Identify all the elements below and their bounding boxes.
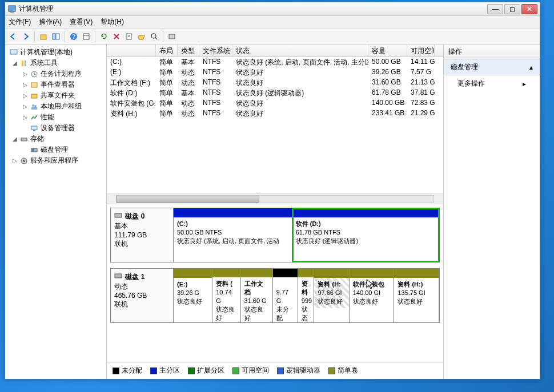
disk-icon — [30, 146, 39, 155]
disk-title: 磁盘 1 — [125, 273, 144, 281]
collapse-icon[interactable]: ◢ — [12, 60, 18, 66]
expand-icon[interactable]: ▷ — [22, 114, 28, 120]
action-more[interactable]: 更多操作▸ — [444, 75, 540, 92]
partition-d-selected[interactable]: 软件 (D:)61.78 GB NTFS状态良好 (逻辑驱动器) — [292, 208, 439, 262]
volume-row[interactable]: (E:)简单动态NTFS状态良好39.26 GB7.57 G — [107, 67, 443, 78]
properties-button[interactable] — [123, 31, 135, 42]
folder-icon — [30, 91, 39, 100]
partition-h2[interactable]: 资料 (H:)135.75 GI状态良好 — [394, 269, 439, 322]
col-volume[interactable] — [107, 45, 156, 56]
part-status: 状态良好 (系统, 启动, 页面文件, 活动 — [177, 237, 279, 244]
tree-services[interactable]: ▷服务和应用程序 — [6, 155, 105, 166]
action-diskmgmt[interactable]: 磁盘管理▴ — [444, 59, 540, 75]
volume-row[interactable]: 资料 (H:)简单动态NTFS状态良好233.41 GB21.29 G — [107, 108, 443, 119]
horizontal-scrollbar[interactable] — [107, 193, 443, 204]
partition-unallocated[interactable]: 9.77 G未分配 — [273, 269, 298, 322]
collapse-icon[interactable]: ◢ — [12, 136, 18, 142]
show-hide-button[interactable] — [50, 31, 62, 42]
tree-label: 任务计划程序 — [41, 69, 82, 79]
part-name: (C:) — [177, 220, 188, 227]
tree-task-scheduler[interactable]: ▷任务计划程序 — [6, 68, 105, 79]
open-button[interactable] — [136, 31, 147, 42]
actions-panel: 操作 磁盘管理▴ 更多操作▸ — [444, 45, 540, 379]
perf-icon — [30, 113, 39, 122]
svg-rect-2 — [41, 35, 46, 39]
partition-c[interactable]: (C:)50.00 GB NTFS状态良好 (系统, 启动, 页面文件, 活动 — [174, 208, 292, 262]
help-button[interactable]: ? — [68, 31, 79, 42]
forward-button[interactable] — [20, 31, 31, 42]
svg-rect-32 — [115, 274, 122, 278]
partition-workdoc[interactable]: 工作文档31.60 G状态良好 — [241, 269, 273, 322]
disk-status: 联机 — [114, 300, 128, 308]
tree-disk-management[interactable]: 磁盘管理 — [6, 144, 105, 155]
tree-performance[interactable]: ▷性能 — [6, 112, 105, 123]
tree-label: 设备管理器 — [41, 123, 75, 133]
disk-status: 联机 — [114, 240, 128, 248]
col-fs[interactable]: 文件系统 — [199, 45, 232, 56]
tree-device-manager[interactable]: 设备管理器 — [6, 123, 105, 134]
svg-rect-16 — [22, 60, 23, 66]
tree-local-users[interactable]: ▷本地用户和组 — [6, 101, 105, 112]
disk-1-header[interactable]: 磁盘 1 动态 465.76 GB 联机 — [111, 269, 174, 322]
minimize-button[interactable]: — — [487, 4, 503, 14]
refresh-button[interactable] — [98, 31, 110, 42]
disk-0-header[interactable]: 磁盘 0 基本 111.79 GB 联机 — [111, 208, 174, 262]
partition-small[interactable]: 资料999状态 — [298, 269, 315, 322]
svg-rect-23 — [31, 107, 37, 110]
view-button[interactable] — [81, 31, 92, 42]
action-label: 更多操作 — [457, 79, 485, 88]
partition-data1[interactable]: 资料 (10.74 G状态良好 — [212, 269, 240, 322]
svg-rect-20 — [31, 94, 37, 98]
partition-h1[interactable]: 资料 (H:97.66 GI状态良好 — [314, 269, 349, 322]
back-button[interactable] — [7, 31, 19, 42]
volume-row[interactable]: 工作文档 (F:)简单动态NTFS状态良好31.60 GB21.13 G — [107, 78, 443, 88]
menu-view[interactable]: 查看(V) — [70, 17, 93, 27]
expand-icon[interactable]: ▷ — [12, 157, 18, 164]
col-status[interactable]: 状态 — [232, 45, 368, 56]
expand-icon[interactable]: ▷ — [22, 71, 28, 77]
close-button[interactable]: ✕ — [521, 4, 537, 14]
expand-icon[interactable]: ▷ — [22, 103, 28, 110]
partition-e[interactable]: (E:)39.26 G状态良好 — [174, 269, 212, 322]
computer-icon — [9, 48, 18, 57]
partition-g[interactable]: 软件安装包140.00 GI状态良好 — [350, 269, 395, 322]
col-free[interactable]: 可用空间 — [407, 45, 435, 56]
storage-icon — [19, 135, 29, 144]
settings-button[interactable] — [166, 31, 178, 42]
actions-header: 操作 — [444, 45, 540, 59]
volume-row[interactable]: 软件 (D:)简单基本NTFS状态良好 (逻辑驱动器)61.78 GB37.81… — [107, 88, 443, 98]
col-layout[interactable]: 布局 — [156, 45, 178, 56]
svg-line-13 — [155, 38, 157, 39]
part-size: 50.00 GB NTFS — [177, 229, 222, 236]
tree-event-viewer[interactable]: ▷事件查看器 — [6, 79, 105, 90]
expand-icon[interactable]: ▷ — [22, 92, 28, 99]
tree-root-label: 计算机管理(本地) — [20, 47, 73, 57]
tree-root[interactable]: 计算机管理(本地) — [6, 47, 105, 58]
delete-button[interactable] — [111, 31, 122, 42]
tree-label: 性能 — [41, 112, 54, 122]
tree-label: 服务和应用程序 — [30, 156, 78, 165]
col-type[interactable]: 类型 — [178, 45, 199, 56]
search-button[interactable] — [148, 31, 160, 42]
tree-panel: 计算机管理(本地) ◢系统工具 ▷任务计划程序 ▷事件查看器 ▷共享文件夹 ▷本… — [5, 45, 107, 379]
menu-action[interactable]: 操作(A) — [39, 17, 62, 27]
tree-storage[interactable]: ◢存储 — [6, 134, 105, 144]
volume-row[interactable]: 软件安装包 (G:)简单动态NTFS状态良好140.00 GB72.83 G — [107, 98, 443, 108]
menu-help[interactable]: 帮助(H) — [101, 17, 124, 27]
disk-type: 动态 — [114, 282, 128, 290]
titlebar[interactable]: 计算机管理 — ◻ ✕ — [5, 2, 540, 16]
app-window: 计算机管理 — ◻ ✕ 文件(F) 操作(A) 查看(V) 帮助(H) ? 计算… — [5, 2, 540, 379]
menu-file[interactable]: 文件(F) — [9, 17, 31, 27]
tree-system-tools[interactable]: ◢系统工具 — [6, 58, 105, 68]
legend: 未分配 主分区 扩展分区 可用空间 逻辑驱动器 简单卷 — [107, 362, 443, 379]
maximize-button[interactable]: ◻ — [504, 4, 520, 14]
col-capacity[interactable]: 容量 — [368, 45, 407, 56]
legend-free: 可用空间 — [232, 366, 269, 375]
expand-icon[interactable]: ▷ — [22, 82, 28, 88]
disk-graphic-area: 磁盘 0 基本 111.79 GB 联机 (C:)50.00 GB NTFS状态… — [107, 204, 443, 362]
volume-row[interactable]: (C:)简单基本NTFS状态良好 (系统, 启动, 页面文件, 活动, 主分区)… — [107, 57, 443, 67]
up-button[interactable] — [38, 31, 49, 42]
part-status: 状态良好 (逻辑驱动器) — [296, 237, 358, 244]
legend-unallocated: 未分配 — [113, 366, 142, 375]
tree-shared-folders[interactable]: ▷共享文件夹 — [6, 90, 105, 101]
